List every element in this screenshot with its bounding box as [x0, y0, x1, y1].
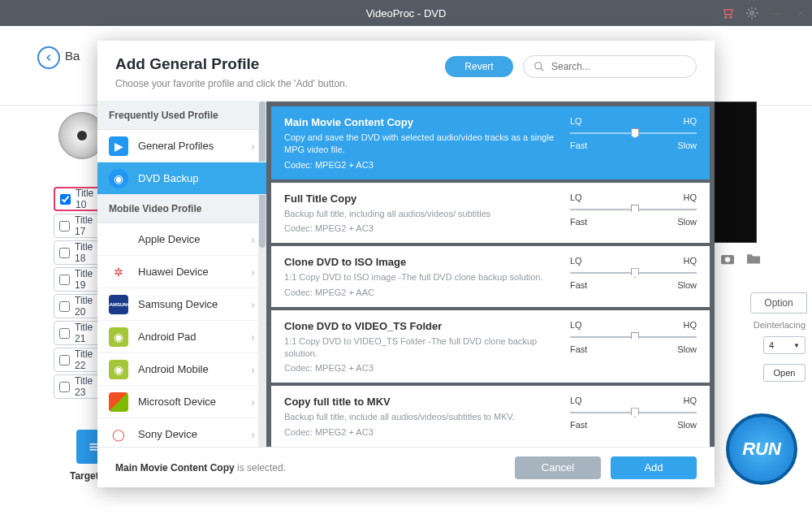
svg-point-4	[725, 257, 730, 262]
category-label: Microsoft Device	[138, 396, 216, 408]
slow-label: Slow	[677, 420, 697, 430]
category-item[interactable]: ◉Android Mobile›	[97, 353, 266, 386]
title-checkbox[interactable]	[59, 355, 70, 365]
slow-label: Slow	[677, 344, 697, 354]
title-item[interactable]: Title 18	[54, 240, 102, 265]
quality-slider[interactable]	[570, 207, 697, 212]
fast-label: Fast	[570, 420, 587, 430]
title-checkbox[interactable]	[59, 248, 70, 258]
title-checkbox[interactable]	[59, 382, 70, 392]
title-item[interactable]: Title 17	[54, 214, 102, 238]
category-sidebar: Frequently Used Profile▶General Profiles…	[97, 102, 266, 447]
back-button[interactable]	[37, 46, 60, 69]
title-item[interactable]: Title 22	[54, 348, 102, 372]
profile-title: Clone DVD to VIDEO_TS Folder	[284, 320, 555, 332]
profile-item[interactable]: Copy full title to MKVBackup full title,…	[271, 386, 710, 446]
open-button[interactable]: Open	[763, 364, 806, 382]
category-item[interactable]: ✲Huawei Device›	[97, 256, 266, 288]
title-checkbox[interactable]	[59, 301, 70, 312]
title-label: Title 10	[76, 188, 96, 210]
run-button[interactable]: RUN	[726, 413, 797, 485]
category-item[interactable]: ▶General Profiles›	[97, 130, 266, 162]
category-item[interactable]: ◯Sony Device›	[97, 418, 266, 447]
camera-icon[interactable]	[719, 252, 736, 265]
profile-desc: Copy and save the DVD with selected audi…	[284, 132, 555, 157]
android-icon: ◉	[109, 327, 128, 347]
cart-icon[interactable]	[721, 6, 734, 19]
search-icon	[533, 61, 545, 72]
gear-icon[interactable]	[745, 6, 758, 19]
folder-icon[interactable]	[745, 252, 762, 265]
title-item[interactable]: Title 20	[54, 294, 102, 318]
modal-subtitle: Choose your favorite profile and click t…	[115, 78, 348, 89]
title-item[interactable]: Title 23	[54, 374, 102, 399]
chevron-right-icon: ›	[251, 140, 255, 153]
profiles-list: Main Movie Content CopyCopy and save the…	[266, 102, 715, 447]
chevron-right-icon: ›	[251, 266, 255, 279]
fast-label: Fast	[570, 280, 587, 290]
add-button[interactable]: Add	[611, 456, 697, 479]
category-item[interactable]: Microsoft Device›	[97, 386, 266, 418]
svg-point-2	[750, 11, 754, 15]
disc-icon: ◉	[109, 169, 128, 188]
fast-label: Fast	[570, 344, 587, 354]
back-label: Ba	[65, 49, 80, 63]
category-label: Android Mobile	[138, 363, 209, 375]
title-checkbox[interactable]	[59, 221, 70, 231]
play-icon: ▶	[109, 136, 128, 156]
category-item[interactable]: SAMSUNGSamsung Device›	[97, 288, 266, 321]
profile-title: Full Title Copy	[284, 192, 555, 205]
profile-item[interactable]: Main Movie Content CopyCopy and save the…	[271, 106, 710, 179]
search-box[interactable]	[523, 55, 697, 78]
quality-slider[interactable]	[570, 270, 697, 275]
profile-item[interactable]: Clone DVD to VIDEO_TS Folder1:1 Copy DVD…	[271, 310, 710, 383]
title-checkbox[interactable]	[59, 275, 70, 285]
title-item[interactable]: Title 19	[54, 267, 102, 292]
category-item[interactable]: Apple Device›	[97, 223, 266, 256]
profile-codec: Codec: MPEG2 + AC3	[284, 160, 555, 170]
cancel-button[interactable]: Cancel	[515, 456, 601, 479]
profile-desc: 1:1 Copy DVD to VIDEO_TS Folder -The ful…	[284, 335, 555, 361]
profile-desc: Backup full title, include all audios/vi…	[284, 411, 555, 423]
title-checkbox[interactable]	[60, 194, 71, 205]
category-label: DVD Backup	[138, 172, 198, 184]
close-icon[interactable]: ✕	[794, 6, 807, 19]
deinterlacing-select[interactable]: 4▼	[763, 336, 806, 354]
category-label: General Profiles	[138, 140, 214, 152]
svg-point-0	[725, 16, 727, 18]
title-label: Title 22	[75, 348, 97, 371]
chevron-right-icon: ›	[251, 396, 255, 409]
title-label: Title 19	[75, 268, 97, 291]
search-input[interactable]	[551, 61, 686, 72]
modal-title: Add General Profile	[115, 55, 348, 73]
category-item[interactable]: ◉Android Pad›	[97, 321, 266, 353]
chevron-right-icon: ›	[251, 428, 255, 441]
profile-title: Main Movie Content Copy	[284, 116, 555, 128]
quality-slider[interactable]	[570, 410, 697, 415]
category-item[interactable]: ◉DVD Backup	[97, 162, 266, 195]
title-label: Title 20	[75, 295, 97, 318]
sony-icon: ◯	[109, 425, 128, 444]
profile-title: Clone DVD to ISO Image	[284, 256, 555, 268]
quality-slider[interactable]	[570, 131, 697, 136]
title-checkbox[interactable]	[59, 328, 70, 339]
profile-desc: 1:1 Copy DVD to ISO image -The full DVD …	[284, 271, 555, 283]
app-titlebar: VideoProc - DVD — ✕	[0, 0, 812, 26]
app-title: VideoProc - DVD	[366, 7, 447, 19]
huawei-icon: ✲	[109, 262, 128, 282]
slow-label: Slow	[677, 141, 697, 150]
slow-label: Slow	[677, 280, 697, 290]
title-item[interactable]: Title 21	[54, 321, 102, 345]
selection-status: Main Movie Content Copy is selected.	[115, 462, 505, 474]
minimize-icon[interactable]: —	[770, 6, 783, 19]
profile-item[interactable]: Full Title CopyBackup full title, includ…	[271, 183, 710, 243]
quality-slider[interactable]	[570, 335, 697, 340]
modal-header: Add General Profile Choose your favorite…	[97, 41, 715, 102]
android-icon: ◉	[109, 360, 128, 379]
title-item[interactable]: Title 10	[54, 187, 102, 211]
category-header: Mobile Video Profile	[97, 195, 266, 223]
profile-item[interactable]: Clone DVD to ISO Image1:1 Copy DVD to IS…	[271, 246, 710, 306]
revert-button[interactable]: Revert	[445, 56, 513, 77]
option-button[interactable]: Option	[750, 292, 807, 314]
title-label: Title 23	[75, 375, 97, 398]
